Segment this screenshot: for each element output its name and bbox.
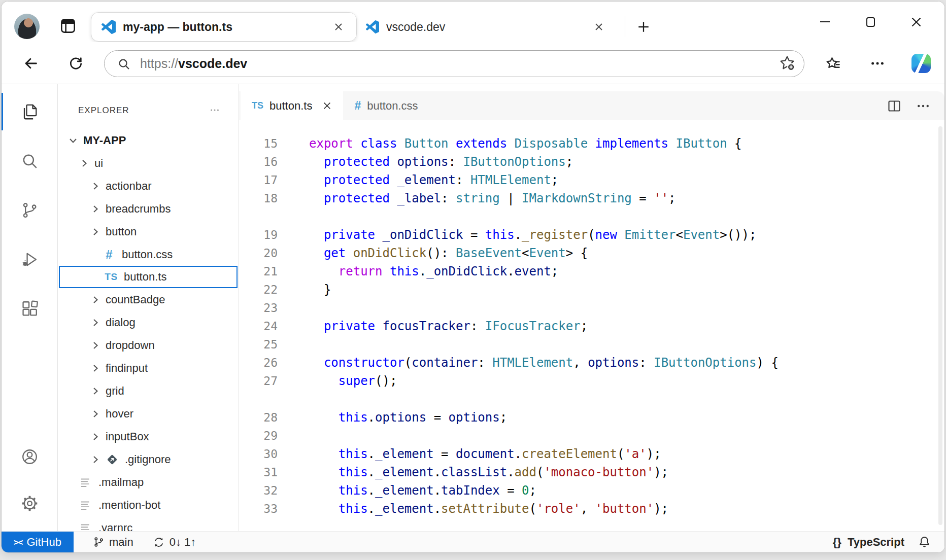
- tree-item-dropdown[interactable]: dropdown: [58, 334, 239, 357]
- tree-item-findinput[interactable]: findinput: [58, 357, 239, 379]
- line-number: [239, 207, 278, 226]
- address-bar[interactable]: https://vscode.dev: [104, 50, 804, 77]
- chevron-right-icon: [90, 204, 100, 214]
- explorer-more-icon[interactable]: [209, 104, 220, 116]
- editor-scrollbar[interactable]: [938, 126, 942, 525]
- tree-item-gitignore[interactable]: .gitignore: [58, 448, 239, 471]
- git-branch-icon: [93, 536, 105, 548]
- tree-item-grid[interactable]: grid: [58, 379, 239, 402]
- editor-tab-button-ts[interactable]: TS button.ts: [241, 91, 343, 120]
- tree-item-mailmap[interactable]: .mailmap: [58, 471, 239, 494]
- favorites-icon[interactable]: [820, 50, 846, 77]
- tree-item-button-css[interactable]: #button.css: [58, 243, 239, 266]
- minimize-button[interactable]: [812, 9, 838, 35]
- branch-name: main: [109, 536, 133, 549]
- profile-avatar[interactable]: [14, 14, 40, 39]
- tree-item-button-ts[interactable]: TSbutton.ts: [59, 266, 238, 288]
- editor-more-icon[interactable]: [916, 99, 930, 113]
- tree-item-label: dialog: [106, 316, 136, 329]
- chevron-right-icon: [90, 409, 100, 419]
- activity-extensions-icon[interactable]: [11, 290, 48, 327]
- gear-icon[interactable]: [11, 485, 48, 522]
- activity-search-icon[interactable]: [11, 143, 48, 180]
- maximize-button[interactable]: [857, 9, 884, 35]
- code-editor[interactable]: 15export class Button extends Disposable…: [239, 120, 944, 531]
- back-button[interactable]: [18, 50, 44, 77]
- line-number: 15: [239, 134, 278, 153]
- tree-item-breadcrumbs[interactable]: breadcrumbs: [58, 197, 239, 220]
- browser-tab-bar: my-app — button.ts vscode.dev: [2, 2, 944, 42]
- browser-tab-active[interactable]: my-app — button.ts: [91, 12, 357, 42]
- branch-status-item[interactable]: main: [93, 536, 133, 549]
- tree-item-label: countBadge: [106, 293, 165, 306]
- tree-item-ui[interactable]: ui: [58, 152, 239, 174]
- tree-item-yarnrc[interactable]: .yarnrc: [58, 516, 239, 531]
- code-text: private _onDidClick = this._register(new…: [278, 226, 756, 244]
- chevron-down-icon: [68, 135, 78, 146]
- code-line: 16 protected options: IButtonOptions;: [239, 153, 944, 171]
- code-line: 30 this._element = document.createElemen…: [239, 445, 944, 463]
- tree-item-dialog[interactable]: dialog: [58, 311, 239, 334]
- editor-tab-label: button.css: [367, 99, 418, 113]
- settings-ellipsis-icon[interactable]: [864, 50, 891, 77]
- copilot-icon[interactable]: [908, 50, 934, 77]
- tree-item-my-app[interactable]: MY-APP: [58, 129, 239, 152]
- add-favorite-icon[interactable]: [779, 54, 796, 74]
- code-line: 32 this._element.tabIndex = 0;: [239, 481, 944, 500]
- code-line: 27 super();: [239, 372, 944, 390]
- desktop: my-app — button.ts vscode.dev: [0, 0, 946, 560]
- code-line: [239, 390, 944, 408]
- activity-explorer-icon[interactable]: [11, 93, 48, 130]
- workspaces-icon[interactable]: [60, 18, 76, 36]
- line-number: 24: [239, 317, 278, 335]
- activity-run-debug-icon[interactable]: [11, 241, 48, 278]
- editor-tab-close-icon[interactable]: [322, 101, 332, 111]
- tree-item-label: .yarnrc: [98, 521, 132, 532]
- browser-toolbar: https://vscode.dev: [2, 42, 944, 84]
- tree-item-button[interactable]: button: [58, 220, 239, 243]
- editor-tab-button-css[interactable]: # button.css: [343, 91, 429, 120]
- code-text: this._element.classList.add('monaco-butt…: [278, 463, 668, 481]
- remote-indicator[interactable]: >< GitHub: [2, 532, 74, 553]
- activity-source-control-icon[interactable]: [11, 192, 48, 229]
- close-button[interactable]: [903, 9, 929, 35]
- new-tab-button[interactable]: [632, 15, 655, 39]
- search-icon: [117, 57, 131, 71]
- tree-item-mention-bot[interactable]: .mention-bot: [58, 494, 239, 516]
- language-status-item[interactable]: {} TypeScript: [833, 536, 904, 549]
- tree-item-actionbar[interactable]: actionbar: [58, 174, 239, 197]
- browser-tab-inactive[interactable]: vscode.dev: [364, 12, 615, 42]
- editor-tab-bar: TS button.ts # button.css: [239, 91, 944, 120]
- chevron-right-icon: [90, 318, 100, 328]
- bell-icon[interactable]: [918, 535, 931, 549]
- code-text: }: [278, 281, 331, 299]
- account-icon[interactable]: [11, 438, 48, 475]
- line-number: 26: [239, 354, 278, 372]
- tab-close-icon[interactable]: [330, 18, 347, 36]
- config-file-icon: [79, 521, 92, 532]
- split-editor-icon[interactable]: [887, 98, 902, 114]
- tab-divider: [625, 16, 625, 38]
- tree-item-inputbox[interactable]: inputBox: [58, 425, 239, 448]
- code-line: [239, 207, 944, 226]
- browser-window: my-app — button.ts vscode.dev: [1, 1, 945, 553]
- code-line: 33 this._element.setAttribute('role', 'b…: [239, 500, 944, 518]
- code-text: this._element = document.createElement('…: [278, 445, 661, 463]
- sync-status-item[interactable]: 0↓ 1↑: [153, 536, 196, 549]
- line-number: 23: [239, 299, 278, 317]
- code-text: protected options: IButtonOptions;: [278, 153, 573, 171]
- code-text: super();: [278, 372, 397, 390]
- activity-bar: [2, 84, 58, 531]
- code-text: protected _element: HTMLElement;: [278, 171, 558, 189]
- tree-item-hover[interactable]: hover: [58, 402, 239, 425]
- tree-item-label: button.css: [122, 248, 173, 261]
- active-view-indicator: [2, 93, 3, 130]
- line-number: 27: [239, 372, 278, 390]
- chevron-right-icon: [90, 340, 100, 351]
- git-file-icon: [106, 453, 119, 466]
- language-label: TypeScript: [848, 536, 904, 549]
- tree-item-countbadge[interactable]: countBadge: [58, 288, 239, 311]
- refresh-button[interactable]: [62, 50, 89, 77]
- browser-tab-title: vscode.dev: [386, 20, 590, 34]
- tab-close-icon[interactable]: [590, 18, 607, 36]
